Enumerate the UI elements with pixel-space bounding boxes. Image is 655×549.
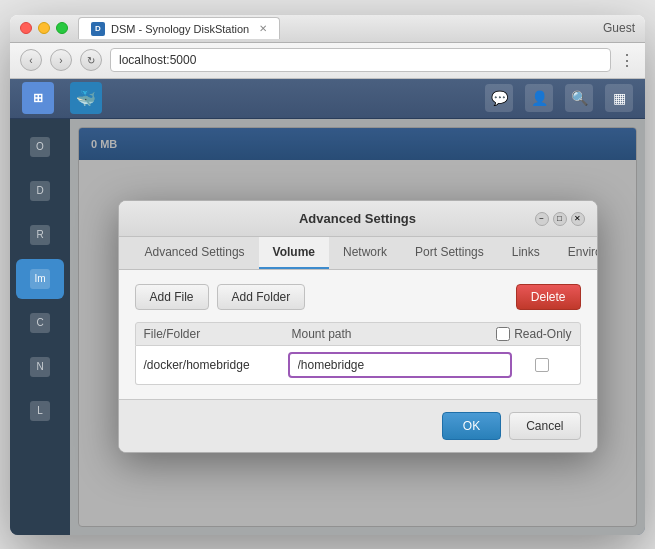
tab-close-button[interactable]: ✕ — [259, 23, 267, 34]
resources-icon: R — [30, 225, 50, 245]
apps-icon[interactable]: ▦ — [605, 84, 633, 112]
tab-volume[interactable]: Volume — [259, 237, 329, 269]
cell-mount-path — [284, 352, 512, 378]
col-header-read-only: Read-Only — [496, 327, 571, 341]
read-only-header-checkbox[interactable] — [496, 327, 510, 341]
address-bar[interactable]: localhost:5000 — [110, 48, 611, 72]
sidebar-item-logs[interactable]: L — [16, 391, 64, 431]
user-icon[interactable]: 👤 — [525, 84, 553, 112]
col-header-mount-path: Mount path — [284, 327, 497, 341]
docker-app-icon[interactable]: 🐳 — [70, 82, 102, 114]
title-bar: D DSM - Synology DiskStation ✕ Guest — [10, 15, 645, 43]
url-text: localhost:5000 — [119, 53, 196, 67]
close-button[interactable] — [20, 22, 32, 34]
sidebar-item-notifications[interactable]: N — [16, 347, 64, 387]
add-file-button[interactable]: Add File — [135, 284, 209, 310]
sidebar-item-images[interactable]: Im — [16, 259, 64, 299]
tab-title: DSM - Synology DiskStation — [111, 23, 249, 35]
reload-button[interactable]: ↻ — [80, 49, 102, 71]
modal-overlay: Advanced Settings − □ ✕ Advanced Setting… — [70, 119, 645, 535]
delete-button[interactable]: Delete — [516, 284, 581, 310]
readonly-checkbox[interactable] — [535, 358, 549, 372]
containers-icon: C — [30, 313, 50, 333]
sidebar-item-containers[interactable]: C — [16, 303, 64, 343]
tab-port-settings[interactable]: Port Settings — [401, 237, 498, 269]
modal-footer: OK Cancel — [119, 399, 597, 452]
dsm-sidebar: O D R Im C N L — [10, 119, 70, 535]
forward-button[interactable]: › — [50, 49, 72, 71]
tab-links[interactable]: Links — [498, 237, 554, 269]
dsm-topbar: ⊞ 🐳 💬 👤 🔍 ▦ — [10, 79, 645, 119]
tab-network[interactable]: Network — [329, 237, 401, 269]
tab-favicon: D — [91, 22, 105, 36]
modal-toolbar: Add File Add Folder Delete — [135, 284, 581, 310]
nav-bar: ‹ › ↻ localhost:5000 ⋮ — [10, 43, 645, 79]
dsm-logo: ⊞ — [22, 82, 54, 114]
tab-bar: D DSM - Synology DiskStation ✕ — [78, 17, 635, 39]
read-only-label: Read-Only — [514, 327, 571, 341]
sidebar-item-docker[interactable]: D — [16, 171, 64, 211]
modal-maximize-button[interactable]: □ — [553, 212, 567, 226]
tab-advanced-settings[interactable]: Advanced Settings — [131, 237, 259, 269]
volume-table-header: File/Folder Mount path Read-Only — [135, 322, 581, 346]
advanced-settings-modal: Advanced Settings − □ ✕ Advanced Setting… — [118, 200, 598, 453]
modal-body: Add File Add Folder Delete File/Folder M… — [119, 270, 597, 399]
docker-icon: D — [30, 181, 50, 201]
modal-tabs: Advanced Settings Volume Network Port Se… — [119, 237, 597, 270]
sidebar-item-resources[interactable]: R — [16, 215, 64, 255]
modal-minimize-button[interactable]: − — [535, 212, 549, 226]
cell-file-folder: /docker/homebridge — [144, 358, 284, 372]
more-options-button[interactable]: ⋮ — [619, 51, 635, 70]
ok-button[interactable]: OK — [442, 412, 501, 440]
images-icon: Im — [30, 269, 50, 289]
dsm-topbar-right: 💬 👤 🔍 ▦ — [485, 84, 633, 112]
maximize-button[interactable] — [56, 22, 68, 34]
cancel-button[interactable]: Cancel — [509, 412, 580, 440]
modal-title: Advanced Settings — [135, 211, 581, 226]
overview-icon: O — [30, 137, 50, 157]
modal-close-button[interactable]: ✕ — [571, 212, 585, 226]
modal-header: Advanced Settings − □ ✕ — [119, 201, 597, 237]
add-folder-button[interactable]: Add Folder — [217, 284, 306, 310]
minimize-button[interactable] — [38, 22, 50, 34]
tab-environment[interactable]: Environment — [554, 237, 598, 269]
user-label: Guest — [603, 21, 635, 35]
col-header-file-folder: File/Folder — [144, 327, 284, 341]
dsm-main: O D R Im C N L — [10, 119, 645, 535]
mount-path-input[interactable] — [288, 352, 512, 378]
browser-window: D DSM - Synology DiskStation ✕ Guest ‹ ›… — [10, 15, 645, 535]
sidebar-item-overview[interactable]: O — [16, 127, 64, 167]
logs-icon: L — [30, 401, 50, 421]
search-icon[interactable]: 🔍 — [565, 84, 593, 112]
back-button[interactable]: ‹ — [20, 49, 42, 71]
volume-row: /docker/homebridge — [136, 346, 580, 384]
notifications-icon: N — [30, 357, 50, 377]
traffic-lights — [20, 22, 68, 34]
volume-table-body: /docker/homebridge — [135, 346, 581, 385]
dsm-content: 0 MB Advanced Settings − □ ✕ — [70, 119, 645, 535]
dsm-app: ⊞ 🐳 💬 👤 🔍 ▦ O D — [10, 79, 645, 535]
browser-tab[interactable]: D DSM - Synology DiskStation ✕ — [78, 17, 280, 39]
chat-icon[interactable]: 💬 — [485, 84, 513, 112]
cell-readonly — [512, 358, 572, 372]
